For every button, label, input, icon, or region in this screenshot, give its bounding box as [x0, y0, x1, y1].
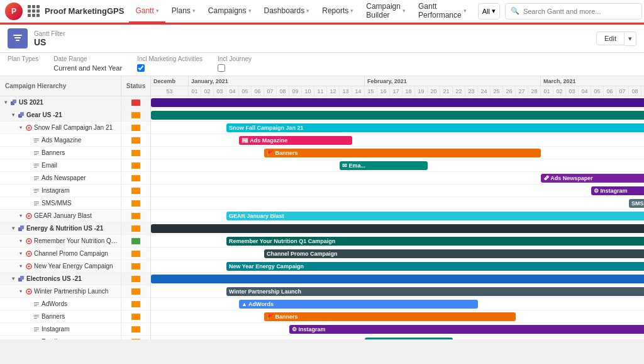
expand-icon-13[interactable]: ▾ [18, 263, 24, 270]
expand-icon-9[interactable]: ▾ [18, 213, 24, 219]
day-labels-row: 5301020304050607080910111213141516171819… [151, 86, 644, 96]
nav-campaign-builder[interactable]: Campaign Builder ▾ [360, 0, 412, 23]
svg-rect-19 [34, 178, 39, 178]
expand-icon-12[interactable]: ▾ [18, 251, 24, 257]
left-row-2: ▾Snow Fall Campaign Jan 21 [0, 122, 150, 134]
top-nav-bar: P Proof MarketingGPS Gantt ▾ Plans ▾ Cam… [0, 0, 644, 23]
col-status-header: Status [121, 76, 150, 96]
expand-icon-1[interactable]: ▾ [10, 112, 16, 118]
gantt-bar-label-18: ⚙ Instagram [292, 326, 326, 333]
nav-gantt[interactable]: Gantt ▾ [129, 0, 165, 23]
left-row-12: ▾Channel Promo Campaign [0, 247, 150, 260]
flag-18 [131, 326, 140, 333]
day-label-17: 17 [390, 86, 402, 96]
edit-button[interactable]: Edit [596, 31, 625, 45]
campaign-icon-2 [25, 124, 33, 132]
expand-icon-10[interactable]: ▾ [10, 225, 16, 232]
main-nav: Gantt ▾ Plans ▾ Campaigns ▾ Dashboards ▾… [129, 0, 472, 23]
nav-campaign-builder-chevron: ▾ [402, 8, 406, 14]
left-row-19: Email [0, 336, 150, 339]
row-hierarchy-3: Ads Magazine [0, 134, 121, 146]
day-label-15: 15 [365, 86, 377, 96]
date-range-value: Current and Next Year [53, 64, 122, 72]
edit-dropdown-button[interactable]: ▾ [625, 31, 636, 46]
expand-icon-15[interactable]: ▾ [18, 288, 24, 295]
gantt-bar-4: 🚩 Banners [264, 149, 541, 157]
svg-rect-4 [13, 100, 16, 103]
month-jan: January, 2021 [189, 76, 365, 86]
search-icon: 🔍 [511, 7, 519, 15]
flag-0 [131, 100, 140, 106]
nav-reports-chevron: ▾ [350, 8, 353, 14]
svg-rect-38 [20, 276, 24, 280]
row-status-17 [121, 310, 150, 322]
nav-gantt-performance[interactable]: Gantt Performance ▾ [412, 0, 473, 23]
row-label-11: Remember Your Nutrition Q1 Campaign [34, 237, 121, 244]
nav-campaigns-chevron: ▾ [248, 8, 252, 14]
gantt-bar-label-2: Snow Fall Campaign Jan 21 [229, 125, 304, 131]
grid-icon[interactable] [28, 5, 40, 17]
expand-icon-0[interactable]: ▾ [3, 100, 9, 106]
expand-icon-14[interactable]: ▾ [10, 276, 16, 282]
svg-rect-2 [16, 40, 19, 41]
incl-journey-checkbox[interactable] [218, 64, 225, 72]
all-select[interactable]: All ▾ [478, 3, 500, 20]
row-hierarchy-0: ▾US 2021 [0, 96, 121, 108]
search-input[interactable] [523, 8, 636, 15]
svg-rect-26 [34, 205, 37, 205]
month-mar: March, 2021 [541, 76, 641, 86]
day-label-21: 21 [440, 86, 453, 96]
incl-marketing-checkbox[interactable] [137, 64, 145, 72]
left-row-6: Ads Newspaper [0, 172, 150, 185]
svg-point-36 [28, 265, 30, 267]
nav-reports[interactable]: Reports ▾ [316, 0, 360, 23]
flag-6 [131, 175, 140, 181]
gantt-bar-label-4: 🚩 Banners [267, 150, 298, 156]
day-label-22: 22 [453, 86, 465, 96]
filter-title-group: Gantt Filter US [34, 30, 65, 47]
day-label-23: 23 [465, 86, 478, 96]
activity-icon-4 [33, 149, 40, 157]
row-status-16 [121, 298, 150, 310]
row-label-1: Gear US -21 [26, 111, 62, 118]
day-label-7: 07 [264, 86, 277, 96]
app-logo: P [5, 3, 23, 20]
campaign-icon-13 [25, 263, 33, 270]
gantt-right-panel: Decemb January, 2021 February, 2021 Marc… [151, 76, 644, 339]
row-hierarchy-7: Instagram [0, 185, 121, 196]
svg-rect-20 [34, 179, 37, 180]
row-hierarchy-14: ▾Electronics US -21 [0, 273, 121, 285]
gantt-bar-1 [151, 111, 644, 120]
row-status-18 [121, 323, 150, 335]
gantt-bar-label-11: Remember Your Nutrition Q1 Campaign [229, 238, 335, 244]
gantt-bar-13: New Year Energy Campaign [226, 262, 644, 271]
expand-icon-2[interactable]: ▾ [18, 125, 24, 131]
svg-rect-22 [34, 190, 39, 191]
gantt-bar-label-9: GEAR January Blast [229, 213, 284, 219]
incl-marketing-checkbox-row [137, 64, 203, 72]
flag-1 [131, 112, 140, 118]
nav-campaigns[interactable]: Campaigns ▾ [202, 0, 258, 23]
activity-icon-6 [33, 174, 40, 182]
day-label-16: 16 [377, 86, 390, 96]
day-label-20: 20 [428, 86, 440, 96]
gantt-bar-15: Winter Partnership Launch [226, 287, 644, 296]
svg-rect-14 [34, 154, 37, 155]
gantt-bar-6: 🗞 Ads Newspaper [541, 174, 644, 183]
nav-plans[interactable]: Plans ▾ [165, 0, 202, 23]
expand-icon-11[interactable]: ▾ [18, 238, 24, 244]
row-label-18: Instagram [42, 326, 69, 333]
day-label-29: 01 [541, 86, 553, 96]
flag-7 [131, 188, 140, 194]
flag-19 [131, 339, 140, 340]
left-row-15: ▾Winter Partnership Launch [0, 285, 150, 298]
row-bg-7 [151, 185, 644, 197]
day-label-28: 28 [528, 86, 541, 96]
nav-dashboards[interactable]: Dashboards ▾ [258, 0, 316, 23]
flag-3 [131, 137, 140, 144]
svg-rect-0 [13, 35, 22, 36]
row-label-3: Ads Magazine [42, 137, 81, 144]
filter-options-bar: Plan Types Date Range Current and Next Y… [0, 53, 644, 76]
svg-point-34 [28, 253, 30, 254]
date-range-label: Date Range [53, 55, 122, 62]
